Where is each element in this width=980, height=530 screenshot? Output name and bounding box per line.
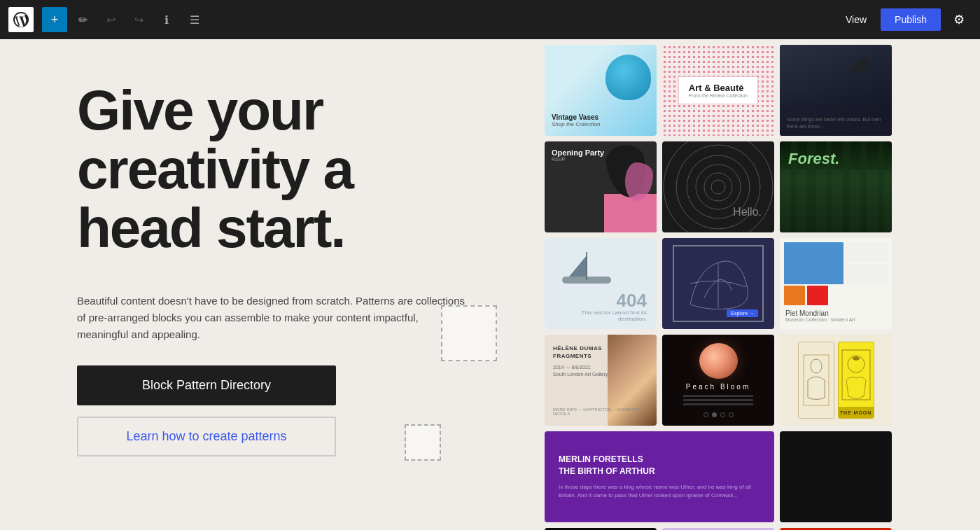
hero-description: Beautiful content doesn't have to be des… xyxy=(77,293,469,343)
card-vintage-vases[interactable]: Vintage Vases Shop the Collection xyxy=(545,45,657,136)
card-mondrian-label: Piet Mondrian xyxy=(785,309,886,317)
tarot-right-icon xyxy=(841,349,872,401)
list-icon: ☰ xyxy=(190,13,200,27)
main-area: Give your creativity a head start. Beaut… xyxy=(0,39,980,530)
card-forest[interactable]: Forest. xyxy=(780,141,892,232)
placeholder-box-large xyxy=(441,305,497,361)
left-panel: Give your creativity a head start. Beaut… xyxy=(0,39,539,530)
card-mondrian-sub: Museum Collection · Modern Art xyxy=(785,317,886,322)
card-gallery-name: HÉLÈNE DUMASFRAGMENTS xyxy=(553,344,609,360)
card-vases-label: Vintage Vases xyxy=(552,113,600,121)
pencil-icon: ✏ xyxy=(78,13,88,27)
sketch-explore-button[interactable]: Explore → xyxy=(727,309,758,317)
card-opening-party[interactable]: Opening Party RSVP xyxy=(545,141,657,232)
card-404-text: 404 xyxy=(554,291,647,309)
card-peach-text: Peach Bloom xyxy=(686,383,750,391)
card-art-gallery[interactable]: HÉLÈNE DUMASFRAGMENTS 2014 — 8/8/2021Sou… xyxy=(545,335,657,426)
card-merlin-text: In those days there was a king whose nam… xyxy=(559,483,760,500)
card-bird-text: Some things are better left unsaid. But … xyxy=(787,116,885,130)
svg-point-1 xyxy=(711,180,725,194)
pencil-button[interactable]: ✏ xyxy=(70,7,95,32)
card-merlin[interactable]: MERLIN FORETELLSTHE BIRTH OF ARTHUR In t… xyxy=(545,431,774,522)
hero-title: Give your creativity a head start. xyxy=(77,81,483,258)
learn-create-patterns-button[interactable]: Learn how to create patterns xyxy=(77,417,336,456)
card-404[interactable]: 404 This anchor cannot find its destinat… xyxy=(545,238,657,329)
publish-button[interactable]: Publish xyxy=(881,8,941,31)
redo-icon: ↪ xyxy=(134,13,144,27)
card-bird[interactable]: Some things are better left unsaid. But … xyxy=(780,45,892,136)
placeholder-box-small xyxy=(405,424,441,461)
view-button[interactable]: View xyxy=(837,10,875,29)
svg-marker-15 xyxy=(569,256,587,277)
card-vases-sub: Shop the Collection xyxy=(552,121,600,127)
add-button[interactable]: + xyxy=(42,7,67,32)
card-dark[interactable] xyxy=(780,431,892,522)
list-button[interactable]: ☰ xyxy=(182,7,207,32)
bird-silhouette-icon xyxy=(836,52,878,94)
card-opening-label: Opening Party xyxy=(552,148,604,157)
svg-rect-18 xyxy=(804,355,829,405)
card-peach-bloom[interactable]: Peach Bloom xyxy=(662,335,774,426)
card-art-beaute-label: Art & Beauté xyxy=(689,83,748,93)
card-mondrian[interactable]: Piet Mondrian Museum Collection · Modern… xyxy=(780,238,892,329)
info-icon: ℹ xyxy=(164,13,169,27)
card-opening-sub: RSVP xyxy=(552,157,604,162)
card-gallery-dates: 2014 — 8/8/2021South London Art Gallery xyxy=(553,364,609,378)
svg-point-2 xyxy=(704,173,732,201)
plus-icon: + xyxy=(51,13,59,27)
undo-icon: ↩ xyxy=(106,13,115,27)
svg-point-19 xyxy=(811,359,822,373)
gear-icon: ⚙ xyxy=(953,12,965,27)
card-merlin-title: MERLIN FORETELLSTHE BIRTH OF ARTHUR xyxy=(559,454,760,477)
boat-icon xyxy=(555,252,618,291)
tarot-left-icon xyxy=(801,352,832,408)
card-art-beaute[interactable]: Art & Beauté From the Riviera Collection xyxy=(662,45,774,136)
svg-point-3 xyxy=(696,165,741,209)
card-hello-text: Hello. xyxy=(733,206,762,218)
card-forest-text: Forest. xyxy=(788,150,839,168)
info-button[interactable]: ℹ xyxy=(154,7,179,32)
spiral-icon xyxy=(662,141,774,232)
pattern-cards-grid: Vintage Vases Shop the Collection Art & … xyxy=(539,39,980,530)
card-404-sub: This anchor cannot find its destination. xyxy=(554,309,647,322)
card-sketch[interactable]: Explore → xyxy=(662,238,774,329)
block-pattern-directory-button[interactable]: Block Pattern Directory xyxy=(77,365,336,405)
settings-button[interactable]: ⚙ xyxy=(946,7,972,32)
toolbar: + ✏ ↩ ↪ ℹ ☰ View Publish ⚙ xyxy=(0,0,980,39)
redo-button[interactable]: ↪ xyxy=(126,7,151,32)
undo-button[interactable]: ↩ xyxy=(98,7,123,32)
card-gallery-footer: MORE INFO — HARTINGTON — EXHIBITION DETA… xyxy=(553,407,648,416)
tarot-moon-label: THE MOON xyxy=(839,407,874,418)
card-hello[interactable]: Hello. xyxy=(662,141,774,232)
card-art-beaute-sub: From the Riviera Collection xyxy=(689,93,748,98)
wordpress-logo[interactable] xyxy=(8,7,34,32)
toolbar-right: View Publish ⚙ xyxy=(837,7,972,32)
card-tarot[interactable]: THE MOON xyxy=(780,335,892,426)
